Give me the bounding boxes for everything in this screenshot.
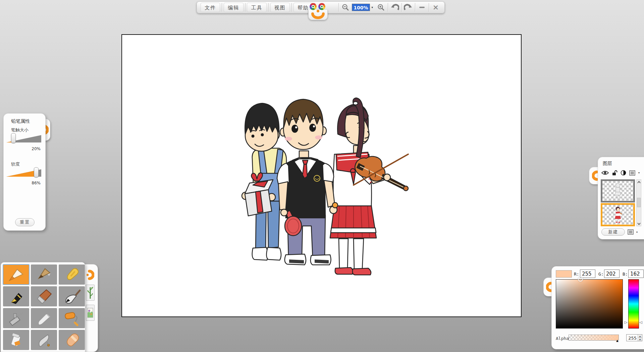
- clown-right-eye-icon: [318, 3, 325, 10]
- scroll-down-icon[interactable]: [637, 221, 641, 226]
- brush-palette-panel: [1, 262, 85, 352]
- tool-crayon[interactable]: [59, 265, 85, 285]
- chevron-down-icon[interactable]: ▾: [638, 171, 640, 174]
- boy-with-paddle: [277, 99, 338, 265]
- blue-label: B:: [623, 272, 628, 277]
- menu-edit[interactable]: 编辑: [224, 3, 243, 12]
- minimize-button[interactable]: [417, 3, 427, 12]
- red-field[interactable]: [580, 270, 595, 278]
- tool-ink-brush[interactable]: [59, 286, 85, 306]
- materials-picture-button[interactable]: [86, 305, 95, 321]
- pencil-properties-panel: 铅笔属性 笔触大小 20% 软度 86% 重置: [3, 113, 46, 231]
- current-color-swatch: [556, 270, 572, 278]
- hue-marker-right-icon[interactable]: ◁: [639, 320, 642, 325]
- layers-panel: 图层 ▾: [598, 157, 644, 239]
- zoom-out-button[interactable]: [340, 3, 351, 12]
- drawing-canvas[interactable]: [121, 34, 522, 317]
- layers-scrollbar-thumb[interactable]: [637, 198, 641, 207]
- palette-knife-icon: [35, 310, 53, 326]
- undo-button[interactable]: [389, 3, 400, 12]
- close-button[interactable]: ×: [430, 3, 441, 12]
- tool-flat-brush[interactable]: [31, 286, 57, 306]
- alpha-spinner[interactable]: 255 ▲ ▼: [626, 334, 642, 341]
- redo-icon: [404, 3, 413, 11]
- color-selector-ring[interactable]: [578, 277, 583, 282]
- clown-left-eye-icon: [310, 3, 317, 10]
- sharp-pencil-icon: [7, 267, 25, 283]
- layer-visibility-eye-icon[interactable]: [601, 170, 609, 175]
- redo-button[interactable]: [403, 3, 414, 12]
- panel-handle-icon: [86, 269, 94, 281]
- toolbar-divider: [338, 3, 339, 12]
- brush-grid: [3, 265, 83, 350]
- blue-field[interactable]: [628, 270, 644, 278]
- tool-quill-knife[interactable]: [31, 330, 57, 350]
- tool-eraser[interactable]: [59, 330, 85, 350]
- undo-icon: [390, 3, 399, 11]
- alpha-spin-up-icon[interactable]: ▲: [638, 335, 642, 338]
- layer-lock-icon[interactable]: [612, 170, 618, 176]
- reset-button[interactable]: 重置: [15, 218, 35, 226]
- scroll-up-icon[interactable]: [637, 180, 641, 184]
- quill-knife-icon: [35, 332, 53, 348]
- hue-bar[interactable]: [628, 279, 639, 329]
- zoom-level-combo[interactable]: 100% ▾: [352, 3, 375, 11]
- app-background: { "toolbar": { "menus": [ {"label": "文件"…: [0, 0, 644, 352]
- clown-nose-icon: [317, 10, 319, 12]
- hue-marker-left-icon[interactable]: ▷: [625, 320, 627, 325]
- brush-size-value: 20%: [32, 146, 41, 151]
- layer-item-girl[interactable]: [601, 203, 635, 226]
- green-field[interactable]: [604, 270, 620, 278]
- alpha-slider[interactable]: [569, 335, 619, 341]
- tool-palette-knife[interactable]: [31, 308, 57, 328]
- tool-fountain-pen[interactable]: [3, 286, 29, 306]
- tool-pencil-sharp[interactable]: [3, 265, 29, 285]
- tool-paint-jar[interactable]: [3, 330, 29, 350]
- chevron-down-icon[interactable]: ▾: [370, 4, 375, 11]
- airbrush-icon: [7, 310, 25, 326]
- softness-slider[interactable]: [6, 167, 43, 178]
- menu-file[interactable]: 文件: [201, 3, 220, 12]
- paint-roller-icon: [62, 310, 81, 326]
- layers-scrollbar[interactable]: [636, 179, 641, 226]
- eraser-icon: [62, 332, 81, 348]
- alpha-spin-down-icon[interactable]: ▼: [638, 338, 642, 341]
- zoom-in-icon: [377, 4, 385, 11]
- alpha-label: Alpha: [556, 336, 569, 341]
- toolbar-divider: [429, 3, 429, 12]
- menu-tools[interactable]: 工具: [247, 3, 266, 12]
- menu-view[interactable]: 视图: [270, 3, 290, 12]
- fountain-pen-icon: [7, 288, 25, 304]
- brush-size-slider[interactable]: [6, 133, 43, 144]
- tool-airbrush[interactable]: [3, 308, 29, 328]
- saturation-value-square[interactable]: [556, 279, 623, 329]
- green-label: G:: [598, 272, 604, 277]
- zoom-level-value[interactable]: 100%: [352, 4, 370, 11]
- chevron-down-icon[interactable]: ▾: [636, 231, 638, 234]
- layer-girl-thumbnail: [613, 206, 622, 224]
- layer-item-sketch[interactable]: [601, 179, 635, 202]
- brush-size-slider-handle[interactable]: [11, 133, 16, 143]
- tool-paint-roller[interactable]: [59, 308, 85, 328]
- alpha-value[interactable]: 255: [627, 335, 638, 341]
- layer-sketch-thumbnail: [613, 182, 622, 200]
- tool-pencil-wood[interactable]: [31, 265, 57, 285]
- toolbar-divider: [245, 3, 246, 12]
- materials-bamboo-button[interactable]: [86, 285, 95, 301]
- toolbar-divider: [268, 3, 269, 12]
- softness-slider-handle[interactable]: [34, 167, 39, 177]
- paint-jar-icon: [7, 332, 25, 348]
- flower-picture-icon: [87, 306, 93, 319]
- red-label: R:: [574, 272, 579, 277]
- ink-brush-icon: [62, 288, 81, 304]
- layer-blend-half-circle-icon[interactable]: [621, 170, 626, 176]
- wood-pencil-icon: [35, 267, 53, 283]
- layers-options-menu-icon[interactable]: [628, 229, 634, 235]
- girl-with-violin: [330, 98, 408, 275]
- new-layer-button[interactable]: 新建: [601, 228, 625, 236]
- toolbar-divider: [291, 3, 292, 12]
- toolbar-divider: [388, 3, 388, 12]
- zoom-in-button[interactable]: [376, 3, 386, 12]
- layer-menu-icon[interactable]: [629, 170, 635, 176]
- alpha-slider-marker-icon[interactable]: ▲: [616, 339, 619, 342]
